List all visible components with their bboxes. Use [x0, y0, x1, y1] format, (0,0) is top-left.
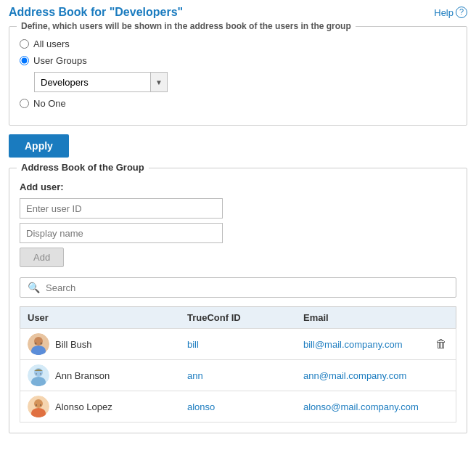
- radio-user-groups-label[interactable]: User Groups: [33, 55, 87, 66]
- table-row: Bill Bush bill bill@mail.company.com 🗑: [20, 328, 456, 359]
- actions-bill: 🗑: [427, 332, 456, 356]
- radio-no-one-input[interactable]: [20, 99, 29, 108]
- email-ann: ann@mail.company.com: [296, 365, 427, 386]
- radio-user-groups-input[interactable]: [20, 56, 29, 65]
- dropdown-arrow-icon[interactable]: ▼: [150, 72, 168, 92]
- groups-dropdown[interactable]: Developers All users Managers: [34, 72, 150, 92]
- col-user: User: [20, 307, 180, 328]
- search-input[interactable]: [46, 282, 448, 293]
- svg-point-5: [41, 343, 43, 345]
- email-link-ann[interactable]: ann@mail.company.com: [303, 370, 406, 381]
- user-cell-bill: Bill Bush: [20, 329, 180, 359]
- help-label: Help: [434, 7, 454, 18]
- radio-no-one-label[interactable]: No One: [33, 98, 66, 109]
- table-header: User TrueConf ID Email: [20, 306, 456, 328]
- svg-point-4: [35, 343, 37, 345]
- trueconf-id-bill: bill: [180, 334, 296, 355]
- col-trueconf-id: TrueConf ID: [180, 307, 296, 328]
- search-bar: 🔍: [20, 277, 456, 298]
- define-section: Define, which users will be shown in the…: [9, 26, 467, 126]
- user-name-alonso: Alonso Lopez: [55, 401, 112, 412]
- add-user-label: Add user:: [20, 181, 456, 192]
- radio-all-users[interactable]: All users: [20, 38, 456, 49]
- groups-dropdown-row: Developers All users Managers ▼: [34, 72, 456, 92]
- trueconf-id-ann: ann: [180, 365, 296, 386]
- define-legend: Define, which users will be shown in the…: [17, 21, 356, 31]
- email-link-bill[interactable]: bill@mail.company.com: [303, 339, 403, 350]
- actions-alonso: [427, 401, 456, 412]
- apply-button[interactable]: Apply: [9, 134, 69, 158]
- page-header: Address Book for "Developers" Help ?: [9, 6, 467, 19]
- user-cell-ann: Ann Branson: [20, 360, 180, 391]
- col-actions: [427, 307, 456, 328]
- trueconf-id-alonso: alonso: [180, 396, 296, 417]
- address-book-legend: Address Book of the Group: [17, 162, 149, 173]
- user-name-ann: Ann Branson: [55, 370, 110, 381]
- help-icon: ?: [456, 7, 467, 18]
- svg-point-17: [40, 404, 41, 406]
- svg-point-10: [36, 373, 37, 375]
- table-row: Ann Branson ann ann@mail.company.com: [20, 359, 456, 391]
- email-bill: bill@mail.company.com: [296, 334, 427, 355]
- user-cell-alonso: Alonso Lopez: [20, 391, 180, 422]
- avatar-alonso: [28, 396, 49, 417]
- user-id-input[interactable]: [20, 198, 223, 219]
- search-icon: 🔍: [28, 282, 40, 293]
- actions-ann: [427, 370, 456, 380]
- help-link[interactable]: Help ?: [434, 7, 467, 18]
- radio-all-users-input[interactable]: [20, 39, 29, 49]
- address-book-section: Address Book of the Group Add user: Add …: [9, 168, 467, 433]
- svg-point-16: [36, 404, 37, 406]
- user-name-bill: Bill Bush: [55, 339, 92, 350]
- email-link-alonso[interactable]: alonso@mail.company.com: [303, 401, 419, 412]
- display-name-input[interactable]: [20, 223, 223, 243]
- delete-icon-bill[interactable]: 🗑: [434, 338, 448, 351]
- svg-point-11: [40, 373, 41, 375]
- radio-no-one[interactable]: No One: [20, 98, 456, 109]
- add-button[interactable]: Add: [20, 248, 64, 267]
- svg-point-13: [34, 399, 43, 408]
- avatar-ann: [28, 364, 49, 386]
- radio-all-users-label[interactable]: All users: [33, 38, 70, 49]
- table-row: Alonso Lopez alonso alonso@mail.company.…: [20, 391, 456, 423]
- col-email: Email: [296, 307, 427, 328]
- email-alonso: alonso@mail.company.com: [296, 396, 427, 417]
- radio-user-groups[interactable]: User Groups: [20, 55, 456, 66]
- avatar-bill: [28, 333, 49, 355]
- page-title: Address Book for "Developers": [9, 6, 183, 19]
